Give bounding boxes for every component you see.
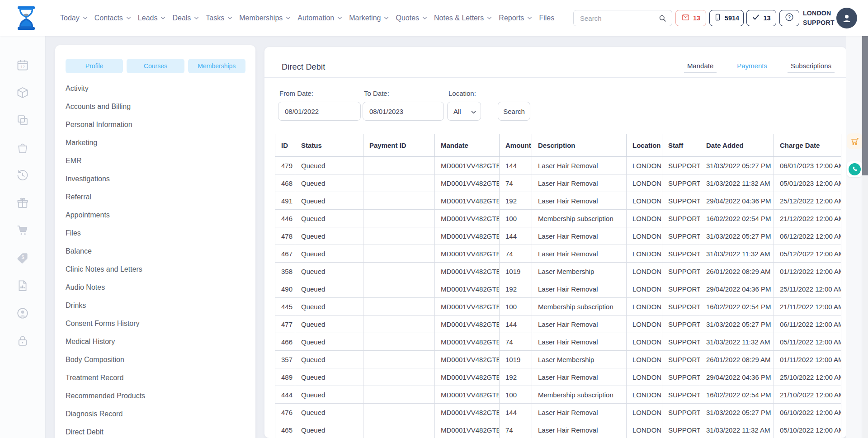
tasks-badge[interactable]: 13 (746, 10, 776, 26)
tab-payments[interactable]: Payments (734, 62, 770, 73)
table-row[interactable]: 357QueuedMD0001VV482GTE1019Laser Members… (275, 351, 841, 368)
nav-item-files[interactable]: Files (539, 14, 554, 22)
nav-item-reports[interactable]: Reports (499, 14, 532, 22)
package-icon[interactable] (16, 86, 29, 99)
nav-item-label: Deals (172, 14, 191, 22)
table-row[interactable]: 444QueuedMD0001VV482GTE100Membership sub… (275, 386, 841, 404)
nav-item-leads[interactable]: Leads (138, 14, 166, 22)
chevron-down-icon (227, 16, 232, 20)
sidebar-item-marketing[interactable]: Marketing (66, 134, 255, 152)
sidebar-item-referral[interactable]: Referral (66, 188, 255, 206)
sidebar-item-diagnosis-record[interactable]: Diagnosis Record (66, 405, 255, 423)
sidebar-item-accounts-and-billing[interactable]: Accounts and Billing (66, 98, 255, 116)
table-row[interactable]: 490QueuedMD0001VV482GTE192Laser Hair Rem… (275, 280, 841, 298)
copy-icon[interactable] (16, 114, 29, 127)
sidebar-item-audio-notes[interactable]: Audio Notes (66, 278, 255, 297)
cart-icon[interactable] (16, 224, 29, 237)
sidebar-item-personal-information[interactable]: Personal Information (66, 116, 255, 134)
icon-rail: 12$ (0, 36, 46, 438)
app-logo[interactable] (16, 6, 36, 30)
sidebar-item-recommended-products[interactable]: Recommended Products (66, 387, 255, 405)
panel-tab-courses[interactable]: Courses (127, 59, 184, 73)
lock-icon[interactable] (16, 334, 29, 347)
nav-item-today[interactable]: Today (60, 14, 88, 22)
messages-badge[interactable]: 13 (675, 10, 706, 26)
panel-tab-memberships[interactable]: Memberships (188, 59, 245, 73)
sidebar-item-drinks[interactable]: Drinks (66, 297, 255, 315)
from-date-label: From Date: (279, 89, 361, 97)
tab-subscriptions[interactable]: Subscriptions (788, 62, 835, 73)
scrollbar-thumb[interactable] (862, 13, 868, 175)
location-select[interactable]: All (447, 102, 481, 121)
phone-button[interactable] (847, 161, 863, 177)
gift-icon[interactable] (16, 197, 29, 209)
sms-badge[interactable]: 5914 (709, 10, 744, 26)
cart-button[interactable] (847, 133, 863, 149)
sidebar-item-clinic-notes-and-letters[interactable]: Clinic Notes and Letters (66, 260, 255, 278)
table-row[interactable]: 358QueuedMD0001VV482GTE1019Laser Members… (275, 263, 841, 280)
nav-item-contacts[interactable]: Contacts (94, 14, 131, 22)
cell-amount: 100 (500, 210, 532, 227)
bag-icon[interactable] (16, 141, 29, 154)
column-header-description: Description (532, 134, 627, 157)
filter-search-button[interactable]: Search (498, 102, 530, 121)
sidebar-item-activity[interactable]: Activity (66, 80, 255, 98)
vertical-scrollbar[interactable] (862, 0, 868, 438)
sidebar-item-body-composition[interactable]: Body Composition (66, 351, 255, 369)
column-header-date-added: Date Added (700, 134, 774, 157)
nav-item-marketing[interactable]: Marketing (349, 14, 389, 22)
cell-payment-id (363, 404, 435, 421)
nav-item-label: Marketing (349, 14, 381, 22)
table-row[interactable]: 476QueuedMD0001VV482GTE144Laser Hair Rem… (275, 404, 841, 421)
cell-staff: SUPPORT (662, 174, 700, 192)
nav-item-tasks[interactable]: Tasks (206, 14, 232, 22)
sidebar-item-appointments[interactable]: Appointments (66, 206, 255, 224)
cell-staff: SUPPORT (662, 386, 700, 404)
table-row[interactable]: 446QueuedMD0001VV482GTE100Membership sub… (275, 210, 841, 227)
tab-mandate[interactable]: Mandate (684, 62, 717, 73)
nav-item-label: Leads (138, 14, 158, 22)
calendar-icon[interactable]: 12 (16, 59, 29, 71)
table-row[interactable]: 479QueuedMD0001VV482GTE144Laser Hair Rem… (275, 157, 841, 174)
to-date-input[interactable] (363, 102, 444, 121)
table-row[interactable]: 466QueuedMD0001VV482GTE74Laser Hair Remo… (275, 333, 841, 351)
cell-payment-id (363, 227, 435, 245)
account-icon[interactable] (16, 307, 29, 320)
nav-item-automation[interactable]: Automation (297, 14, 342, 22)
avatar[interactable] (836, 8, 857, 28)
cell-charge-date: 25/10/2022 12:00 AM (774, 368, 841, 386)
price-tag-icon[interactable]: $ (16, 252, 29, 264)
table-row[interactable]: 489QueuedMD0001VV482GTE192Laser Hair Rem… (275, 368, 841, 386)
help-button[interactable]: ? (779, 10, 799, 26)
nav-item-deals[interactable]: Deals (172, 14, 199, 22)
nav-item-quotes[interactable]: Quotes (396, 14, 427, 22)
table-row[interactable]: 468QueuedMD0001VV482GTE74Laser Hair Remo… (275, 174, 841, 192)
sidebar-item-emr[interactable]: EMR (66, 152, 255, 170)
cell-status: Queued (295, 351, 363, 368)
table-row[interactable]: 467QueuedMD0001VV482GTE74Laser Hair Remo… (275, 245, 841, 263)
sidebar-item-direct-debit[interactable]: Direct Debit (66, 423, 255, 438)
cell-description: Membership subscription (532, 210, 627, 227)
table-row[interactable]: 445QueuedMD0001VV482GTE100Membership sub… (275, 298, 841, 316)
search-icon[interactable] (653, 10, 672, 26)
table-row[interactable]: 465QueuedMD0001VV482GTE74Laser Hair Remo… (275, 421, 841, 438)
table-row[interactable]: 491QueuedMD0001VV482GTE192Laser Hair Rem… (275, 192, 841, 210)
search-input[interactable] (574, 14, 653, 23)
cell-id: 358 (275, 263, 295, 280)
history-icon[interactable] (16, 169, 29, 182)
nav-item-memberships[interactable]: Memberships (239, 14, 291, 22)
from-date-input[interactable] (278, 102, 361, 121)
sidebar-item-balance[interactable]: Balance (66, 242, 255, 260)
cell-description: Laser Hair Removal (532, 280, 627, 298)
cell-id: 445 (275, 298, 295, 316)
table-row[interactable]: 478QueuedMD0001VV482GTE144Laser Hair Rem… (275, 227, 841, 245)
nav-item-notes-letters[interactable]: Notes & Letters (434, 14, 492, 22)
sidebar-item-files[interactable]: Files (66, 224, 255, 242)
sidebar-item-consent-forms-history[interactable]: Consent Forms History (66, 315, 255, 333)
sidebar-item-medical-history[interactable]: Medical History (66, 333, 255, 351)
report-icon[interactable] (16, 279, 29, 292)
sidebar-item-investigations[interactable]: Investigations (66, 170, 255, 188)
sidebar-item-treatment-record[interactable]: Treatment Record (66, 369, 255, 387)
table-row[interactable]: 477QueuedMD0001VV482GTE144Laser Hair Rem… (275, 316, 841, 333)
panel-tab-profile[interactable]: Profile (66, 59, 123, 73)
